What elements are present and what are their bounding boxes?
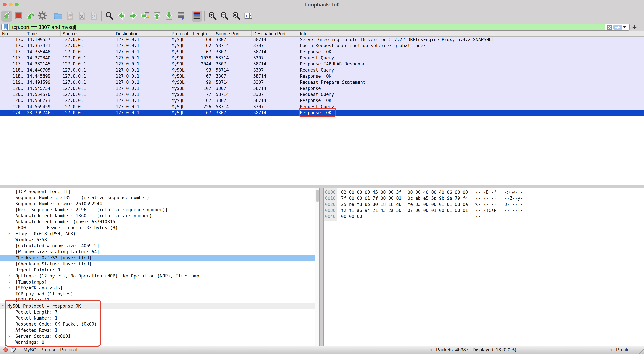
go-back-button[interactable]	[116, 11, 126, 22]
column-header-source[interactable]: Source	[61, 31, 114, 36]
status-separator-dot	[430, 349, 432, 351]
capture-comment-icon[interactable]: 010101100110	[11, 346, 17, 354]
reload-capture-file-button[interactable]	[88, 11, 99, 22]
go-first-packet-button[interactable]	[152, 11, 162, 22]
filter-history-dropdown[interactable]	[623, 26, 626, 28]
go-last-packet-button[interactable]	[164, 11, 174, 22]
cell-length: 67	[191, 49, 214, 55]
hex-offset: 0030	[325, 207, 336, 213]
cell-source: 127.0.0.1	[61, 79, 114, 85]
zoom-reset-button[interactable]	[231, 11, 242, 22]
detail-line[interactable]: ›Flags: 0x018 (PSH, ACK)	[0, 231, 315, 237]
detail-line[interactable]: Sequence Number: 2185 (relative sequence…	[0, 195, 315, 201]
display-filter-field[interactable]: tcp.port == 3307 and mysql	[1, 24, 630, 31]
packet-row[interactable]: 117…14.353421127.0.0.1127.0.0.1MySQL1625…	[0, 43, 644, 49]
detail-line[interactable]: Acknowledgment number (raw): 633010315	[0, 219, 315, 225]
detail-line[interactable]: Sequence Number (raw): 2610592244	[0, 201, 315, 207]
capture-options-button[interactable]	[37, 11, 48, 22]
add-filter-button[interactable]: +	[632, 23, 637, 32]
detail-line[interactable]: [Calculated window size: 406912]	[0, 243, 315, 249]
column-header-dst_port[interactable]: Destination Port	[252, 31, 298, 36]
detail-text: 1000 .... = Header Length: 32 bytes (8)	[16, 225, 118, 231]
svg-text:0111: 0111	[68, 18, 72, 19]
zoom-out-button[interactable]	[219, 11, 230, 22]
status-field-info[interactable]: MySQL Protocol: Protocol	[24, 346, 77, 354]
details-scrollbar[interactable]	[315, 188, 320, 345]
zoom-in-button[interactable]	[207, 11, 218, 22]
hex-row[interactable]: 004000 00 00···	[324, 213, 644, 219]
hex-hex1: 00 00 00	[341, 213, 362, 219]
column-header-no[interactable]: No.	[0, 31, 25, 36]
cell-protocol: MySQL	[170, 43, 191, 49]
column-header-time[interactable]: Time	[25, 31, 61, 36]
find-packet-button[interactable]	[104, 11, 115, 22]
packet-row[interactable]: 120…14.554570127.0.0.1127.0.0.1MySQL7758…	[0, 91, 644, 98]
zoom-in-icon	[208, 11, 217, 21]
detail-line[interactable]: ›Options: (12 bytes), No-Operation (NOP)…	[0, 273, 315, 279]
detail-line[interactable]: ›[SEQ/ACK analysis]	[0, 285, 315, 291]
hex-hex2: 0c eb e5 5a 9b 9a 79 f4	[408, 195, 468, 201]
apply-filter-button[interactable]	[614, 25, 622, 30]
packet-row[interactable]: 117…14.355448127.0.0.1127.0.0.1MySQL6733…	[0, 49, 644, 55]
cell-time: 14.445899	[25, 73, 61, 79]
column-header-destination[interactable]: Destination	[114, 31, 170, 36]
cell-info: Response	[298, 85, 644, 91]
detail-line[interactable]: ›[Timestamps]	[0, 279, 315, 285]
cell-info: Response OK	[298, 49, 644, 55]
detail-line[interactable]: [Next Sequence Number: 2196 (relative se…	[0, 207, 315, 213]
detail-line[interactable]: Window: 6358	[0, 237, 315, 243]
detail-line[interactable]: [TCP Segment Len: 11]	[0, 189, 315, 195]
cell-destination: 127.0.0.1	[114, 55, 170, 61]
detail-line[interactable]: Urgent Pointer: 0	[0, 267, 315, 273]
vertical-splitter[interactable]	[320, 188, 324, 345]
hex-row[interactable]: 000002 00 00 00 45 00 00 3f00 00 40 00 4…	[324, 189, 644, 195]
hex-row[interactable]: 002025 ba f8 8b 80 18 18 d6fe 33 00 00 0…	[324, 201, 644, 207]
chevron-right-icon[interactable]: ›	[8, 273, 11, 279]
display-filter-input[interactable]: tcp.port == 3307 and mysql	[10, 24, 606, 30]
stop-capture-button[interactable]	[13, 11, 24, 22]
resize-columns-button[interactable]	[243, 11, 254, 22]
detail-line[interactable]: 1000 .... = Header Length: 32 bytes (8)	[0, 225, 315, 231]
start-capture-button[interactable]	[1, 11, 12, 22]
detail-line[interactable]: Checksum: 0xfe33 [unverified]	[0, 255, 315, 261]
packet-row[interactable]: 117…14.382145127.0.0.1127.0.0.1MySQL2044…	[0, 61, 644, 67]
restart-capture-button[interactable]	[25, 11, 36, 22]
detail-line[interactable]: [Checksum Status: Unverified]	[0, 261, 315, 267]
close-capture-file-button[interactable]	[77, 11, 87, 22]
chevron-right-icon[interactable]: ›	[8, 284, 11, 291]
column-header-protocol[interactable]: Protocol	[170, 31, 191, 36]
filter-buttons	[606, 24, 629, 30]
auto-scroll-button[interactable]	[176, 11, 186, 22]
column-header-info[interactable]: Info	[298, 31, 644, 36]
column-header-src_port[interactable]: Source Port	[214, 31, 252, 36]
detail-line[interactable]: Acknowledgment Number: 1360 (relative ac…	[0, 213, 315, 219]
packet-list-header[interactable]: No.TimeSourceDestinationProtocolLengthSo…	[0, 31, 644, 37]
filter-bookmark-button[interactable]	[2, 24, 10, 30]
detail-line[interactable]: [Window size scaling factor: 64]	[0, 249, 315, 255]
column-header-length[interactable]: Length	[191, 31, 214, 36]
cell-source: 127.0.0.1	[61, 85, 114, 91]
clear-filter-button[interactable]	[606, 25, 612, 30]
detail-line[interactable]: TCP payload (11 bytes)	[0, 291, 315, 297]
expert-info-icon[interactable]	[3, 347, 8, 352]
resize-grip[interactable]	[638, 348, 644, 354]
go-forward-button[interactable]	[128, 11, 138, 22]
hex-row[interactable]: 0030f2 f1 a6 94 21 43 2a 5007 00 00 01 0…	[324, 207, 644, 213]
chevron-right-icon[interactable]: ›	[8, 230, 11, 236]
packet-row[interactable]: 117…14.372340127.0.0.1127.0.0.1MySQL1038…	[0, 55, 644, 61]
go-to-packet-button[interactable]	[140, 11, 150, 22]
packet-row[interactable]: 118…14.440705127.0.0.1127.0.0.1MySQL9358…	[0, 67, 644, 73]
packet-row[interactable]: 118…14.445899127.0.0.1127.0.0.1MySQL6733…	[0, 73, 644, 79]
packet-row[interactable]: 119…14.491599127.0.0.1127.0.0.1MySQL9958…	[0, 79, 644, 85]
packet-row[interactable]: 120…14.556773127.0.0.1127.0.0.1MySQL6733…	[0, 98, 644, 104]
colorize-packets-button[interactable]	[192, 11, 202, 22]
open-capture-file-button[interactable]	[53, 11, 63, 22]
packet-row[interactable]: 120…14.545754127.0.0.1127.0.0.1MySQL1073…	[0, 85, 644, 91]
save-capture-file-button[interactable]: 010101100111	[65, 11, 75, 22]
scrollbar-thumb[interactable]	[316, 190, 319, 202]
horizontal-splitter[interactable]	[0, 185, 644, 188]
packet-row[interactable]: 113…14.109557127.0.0.1127.0.0.1MySQL1683…	[0, 37, 644, 43]
window-title: Loopback: lo0	[0, 0, 644, 10]
hex-row[interactable]: 00107f 00 00 01 7f 00 00 010c eb e5 5a 9…	[324, 195, 644, 201]
chevron-right-icon[interactable]: ›	[8, 279, 11, 285]
